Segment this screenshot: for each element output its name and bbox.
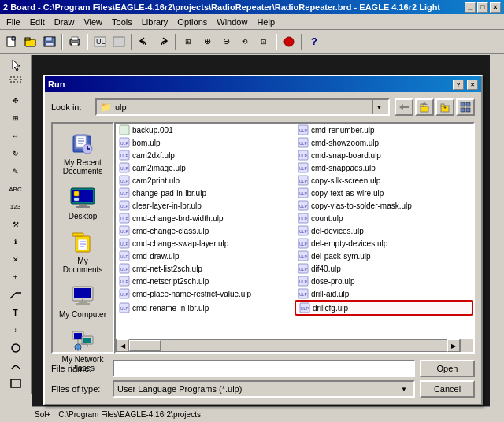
file-item[interactable]: ULP clear-layer-in-lbr.ulp xyxy=(116,199,295,212)
file-item[interactable]: ULP cam2print.ulp xyxy=(116,174,295,187)
file-item[interactable]: ULP del-empty-devices.ulp xyxy=(295,237,473,250)
toolbar-zoom-fit[interactable]: ⊞ xyxy=(180,33,197,50)
hscroll-right-btn[interactable]: ▶ xyxy=(447,339,460,352)
toolbar-run-script[interactable]: ULP xyxy=(91,33,109,50)
file-item[interactable]: ULP count.ulp xyxy=(295,212,473,224)
file-item[interactable]: ULP cmd-change-swap-layer.ulp xyxy=(116,237,295,250)
tool-text[interactable]: T xyxy=(6,305,25,321)
file-item[interactable]: ULP cmd-rename-in-lbr.ulp xyxy=(116,300,295,316)
tool-rotate[interactable]: ↻ xyxy=(6,145,25,161)
nav-up-btn[interactable] xyxy=(415,98,434,116)
file-item[interactable]: ULP cam2image.ulp xyxy=(116,161,295,174)
nav-views-btn[interactable] xyxy=(456,98,475,116)
toolbar-zoom-out[interactable]: ⊖ xyxy=(217,33,235,50)
tool-value[interactable]: 123 xyxy=(6,198,25,215)
toolbar-new[interactable] xyxy=(3,33,20,50)
shortcut-recent[interactable]: My Recent Documents xyxy=(55,130,110,177)
menu-edit[interactable]: Edit xyxy=(25,16,50,28)
shortcut-desktop[interactable]: Desktop xyxy=(55,183,110,222)
file-item[interactable]: ULP del-pack-sym.ulp xyxy=(295,250,473,262)
file-item[interactable]: ULP copy-silk-screen.ulp xyxy=(295,174,473,187)
filetype-arrow[interactable]: ▼ xyxy=(398,386,410,393)
nav-new-folder-btn[interactable]: * xyxy=(435,98,454,116)
toolbar-zoom-in[interactable]: ⊕ xyxy=(198,33,216,50)
file-area: My Recent Documents xyxy=(51,122,475,354)
hscroll-thumb[interactable] xyxy=(129,340,161,351)
open-button[interactable]: Open xyxy=(420,360,475,377)
file-item[interactable]: ULP cmd-renumber.ulp xyxy=(295,124,473,136)
maximize-btn[interactable]: □ xyxy=(477,2,488,13)
file-item[interactable]: ULP drill-aid.ulp xyxy=(295,287,473,300)
tool-info[interactable]: ℹ xyxy=(6,234,25,250)
file-item[interactable]: ULP cmd-showzoom.ulp xyxy=(295,136,473,149)
tool-wire[interactable] xyxy=(6,287,25,303)
file-item[interactable]: backup.001 xyxy=(116,124,295,136)
shortcut-computer[interactable]: My Computer xyxy=(55,282,110,320)
toolbar-save[interactable] xyxy=(41,33,58,50)
menu-draw[interactable]: Draw xyxy=(50,16,80,28)
file-item[interactable]: ULP cmd-net-list2sch.ulp xyxy=(116,262,295,275)
tool-name[interactable]: ABC xyxy=(6,180,25,197)
menu-tools[interactable]: Tools xyxy=(107,16,137,28)
toolbar-zoom-area[interactable]: ⊡ xyxy=(255,33,272,50)
menu-file[interactable]: File xyxy=(2,16,25,28)
file-item[interactable]: ULP cmd-netscript2sch.ulp xyxy=(116,275,295,287)
menu-help[interactable]: Help xyxy=(252,16,280,28)
dialog-help-btn[interactable]: ? xyxy=(453,80,464,90)
menu-window[interactable]: Window xyxy=(212,16,252,28)
tool-rect[interactable] xyxy=(6,375,25,391)
file-item[interactable]: ULP dif40.ulp xyxy=(295,262,473,275)
toolbar-redo[interactable] xyxy=(154,33,172,50)
file-item[interactable]: ULP cmd-snap-board.ulp xyxy=(295,149,473,161)
toolbar-btn2[interactable] xyxy=(110,33,128,50)
tool-select[interactable] xyxy=(6,57,25,73)
menu-options[interactable]: Options xyxy=(172,16,212,28)
toolbar-open[interactable] xyxy=(22,33,39,50)
tool-move[interactable]: ✥ xyxy=(6,92,25,109)
tool-delete[interactable]: ✕ xyxy=(6,251,25,268)
tool-add[interactable]: + xyxy=(6,269,25,286)
toolbar-zoom-prev[interactable]: ⟲ xyxy=(236,33,254,50)
file-item[interactable]: ULP del-devices.ulp xyxy=(295,224,473,237)
file-item[interactable]: ULP copy-text-as-wire.ulp xyxy=(295,187,473,199)
tool-dimension[interactable]: ↕ xyxy=(6,322,25,339)
hscroll-track[interactable] xyxy=(129,340,447,351)
file-item[interactable]: ULP bom.ulp xyxy=(116,136,295,149)
lookin-dropdown-arrow[interactable]: ▼ xyxy=(372,100,385,114)
toolbar-info[interactable]: ? xyxy=(306,33,323,50)
tool-circle[interactable] xyxy=(6,340,25,357)
file-item[interactable]: ULP cmd-place-name-restrict-value.ulp xyxy=(116,287,295,300)
hscroll-left-btn[interactable]: ◀ xyxy=(117,339,129,352)
file-item[interactable]: ULP dose-pro.ulp xyxy=(295,275,473,287)
file-item[interactable]: ULP change-pad-in-lbr.ulp xyxy=(116,187,295,199)
toolbar-undo[interactable] xyxy=(135,33,153,50)
file-item[interactable]: ULP cam2dxf.ulp xyxy=(116,149,295,161)
minimize-btn[interactable]: _ xyxy=(465,2,476,13)
filetype-combo[interactable]: User Language Programs (*.ulp) ▼ xyxy=(113,380,415,398)
close-btn[interactable]: × xyxy=(490,2,501,13)
tool-arc[interactable] xyxy=(6,357,25,374)
file-item[interactable]: ULP cmd-snappads.ulp xyxy=(295,161,473,174)
menu-view[interactable]: View xyxy=(79,16,107,28)
nav-back-btn[interactable] xyxy=(395,98,413,116)
file-item[interactable]: ULP drillcfg.ulp xyxy=(295,300,473,316)
tool-mirror[interactable]: ↔ xyxy=(6,128,25,144)
svg-text:ULP: ULP xyxy=(120,306,128,311)
file-item[interactable]: ULP copy-vias-to-solder-mask.ulp xyxy=(295,199,473,212)
toolbar-stop[interactable] xyxy=(280,33,298,50)
shortcut-documents[interactable]: My Documents xyxy=(55,228,110,276)
tool-copy[interactable]: ⊞ xyxy=(6,109,25,126)
tool-change[interactable]: ✎ xyxy=(6,163,25,180)
tool-smash[interactable]: ⚒ xyxy=(6,216,25,232)
file-item[interactable]: ULP cmd-change-brd-width.ulp xyxy=(116,212,295,224)
dialog-close-btn[interactable]: × xyxy=(467,80,478,90)
file-item[interactable]: ULP cmd-draw.ulp xyxy=(116,250,295,262)
menu-library[interactable]: Library xyxy=(137,16,173,28)
file-item[interactable]: ULP cmd-change-class.ulp xyxy=(116,224,295,237)
horizontal-scrollbar[interactable]: ◀ ▶ xyxy=(116,339,461,352)
tool-group[interactable] xyxy=(6,74,25,91)
lookin-combo[interactable]: 📁 ulp ▼ xyxy=(95,98,390,116)
toolbar-print[interactable] xyxy=(66,33,83,50)
filename-input[interactable] xyxy=(113,360,415,377)
cancel-button[interactable]: Cancel xyxy=(420,380,475,398)
